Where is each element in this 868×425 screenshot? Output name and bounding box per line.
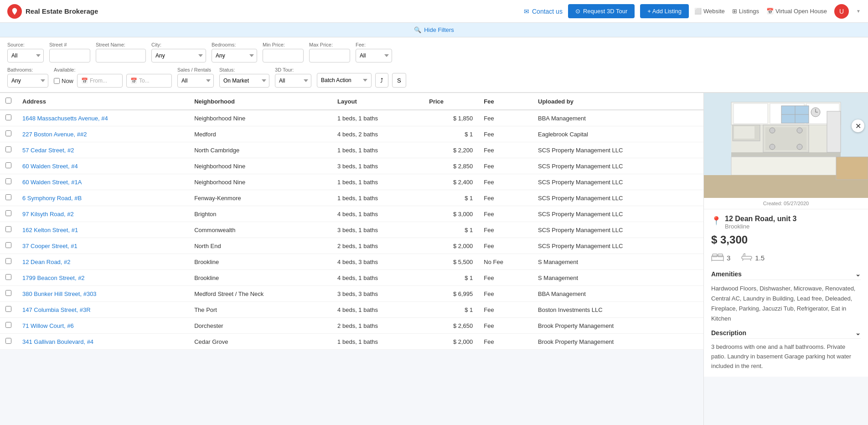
detail-address-line2: Brookline	[725, 223, 796, 230]
table-section: Address Neighborhood Layout Price Fee Up…	[0, 93, 704, 425]
contact-link[interactable]: ✉ Contact us	[524, 8, 563, 15]
row-checkbox[interactable]	[5, 130, 11, 136]
row-uploaded-by: SCS Property Management LLC	[532, 158, 703, 174]
row-checkbox[interactable]	[5, 290, 11, 296]
3d-tour-select[interactable]: All	[275, 74, 311, 88]
row-address: 6 Symphony Road, #B	[17, 190, 189, 206]
city-label: City:	[151, 42, 206, 47]
sales-rentals-select[interactable]: All	[177, 74, 214, 88]
location-pin-icon: 📍	[711, 216, 721, 226]
contact-label: Contact us	[532, 8, 563, 15]
calendar-from-icon: 📅	[81, 78, 88, 84]
navbar: Real Estate Brokerage ✉ Contact us ⊙ Req…	[0, 0, 868, 23]
row-checkbox[interactable]	[5, 226, 11, 232]
source-select[interactable]: All	[7, 49, 44, 62]
row-checkbox[interactable]	[5, 258, 11, 264]
bathrooms-filter-group: Bathrooms: Any	[7, 67, 48, 88]
row-checkbox[interactable]	[5, 194, 11, 200]
beds-stat: 3	[711, 252, 730, 264]
now-checkbox[interactable]	[54, 78, 60, 84]
max-price-input[interactable]	[309, 49, 350, 62]
request-3d-tour-button[interactable]: ⊙ Request 3D Tour	[568, 4, 635, 18]
row-layout: 4 beds, 1 baths	[332, 302, 424, 318]
row-fee: Fee	[478, 286, 532, 302]
description-section-header[interactable]: Description ⌄	[711, 329, 861, 339]
row-checkbox-cell	[0, 302, 17, 318]
filter-row-1: Source: All Street # Street Name: City: …	[7, 42, 861, 62]
filter-toggle-label: Hide Filters	[424, 26, 454, 33]
min-price-filter-group: Min Price:	[263, 42, 304, 62]
svg-rect-28	[718, 254, 723, 257]
row-fee: Fee	[478, 302, 532, 318]
min-price-input[interactable]	[263, 49, 304, 62]
fee-header: Fee	[478, 93, 532, 110]
row-neighborhood: Dorchester	[189, 318, 332, 334]
row-checkbox[interactable]	[5, 242, 11, 248]
svg-rect-24	[734, 126, 754, 139]
source-filter-group: Source: All	[7, 42, 44, 62]
batch-action-group: Batch Action ⤴ S	[317, 66, 406, 88]
row-checkbox[interactable]	[5, 210, 11, 216]
row-neighborhood: Brighton	[189, 206, 332, 222]
table-body: 1648 Massachusetts Avenue, #4 Neighborho…	[0, 110, 703, 350]
add-listing-button[interactable]: + Add Listing	[640, 4, 689, 18]
row-neighborhood: Brookline	[189, 270, 332, 286]
amenities-section-header[interactable]: Amenities ⌄	[711, 270, 861, 280]
layout-header: Layout	[332, 93, 424, 110]
listings-table: Address Neighborhood Layout Price Fee Up…	[0, 93, 703, 350]
navbar-right: ⬜ Website ⊞ Listings 📅 Virtual Open Hous…	[694, 4, 861, 19]
row-checkbox[interactable]	[5, 146, 11, 152]
bathrooms-select[interactable]: Any	[7, 74, 48, 88]
row-checkbox-cell	[0, 222, 17, 238]
website-nav-item[interactable]: ⬜ Website	[694, 8, 725, 15]
table-row: 57 Cedar Street, #2 North Cambridge 1 be…	[0, 142, 703, 158]
batch-action-select[interactable]: Batch Action	[317, 73, 372, 88]
row-checkbox[interactable]	[5, 178, 11, 184]
available-filter-group: Available: Now 📅 From... 📅 To...	[54, 67, 172, 88]
calendar-icon: 📅	[766, 8, 774, 15]
filter-toggle-button[interactable]: 🔍 Hide Filters	[0, 23, 868, 37]
close-detail-button[interactable]: ✕	[852, 119, 864, 132]
fee-select[interactable]: All	[356, 49, 392, 62]
street-num-label: Street #	[49, 42, 90, 47]
row-fee: Fee	[478, 158, 532, 174]
row-fee: No Fee	[478, 254, 532, 270]
max-price-filter-group: Max Price:	[309, 42, 350, 62]
virtual-open-house-nav-item[interactable]: 📅 Virtual Open House	[766, 8, 827, 15]
row-fee: Fee	[478, 238, 532, 254]
row-fee: Fee	[478, 142, 532, 158]
row-layout: 1 beds, 1 baths	[332, 190, 424, 206]
status-select[interactable]: On Market	[219, 74, 269, 88]
svg-rect-27	[713, 254, 717, 257]
row-neighborhood: Neighborhood Nine	[189, 174, 332, 190]
share-button[interactable]: ⤴	[375, 73, 388, 88]
street-num-input[interactable]	[49, 49, 90, 62]
brand-icon	[7, 4, 22, 19]
row-checkbox[interactable]	[5, 322, 11, 328]
row-checkbox[interactable]	[5, 306, 11, 312]
row-price: $ 2,400	[424, 174, 478, 190]
amenities-title: Amenities	[711, 270, 742, 278]
row-checkbox[interactable]	[5, 274, 11, 280]
search-filter-button[interactable]: S	[392, 73, 406, 88]
user-avatar[interactable]: U	[834, 4, 849, 19]
row-neighborhood: Cedar Grove	[189, 334, 332, 350]
row-checkbox[interactable]	[5, 114, 11, 120]
listings-nav-item[interactable]: ⊞ Listings	[732, 8, 759, 15]
filter-row-2: Bathrooms: Any Available: Now 📅 From... …	[7, 66, 861, 88]
row-uploaded-by: SCS Property Management LLC	[532, 222, 703, 238]
svg-point-14	[797, 144, 802, 150]
city-select[interactable]: Any	[151, 49, 206, 62]
from-date-input[interactable]: 📅 From...	[77, 74, 123, 88]
street-name-input[interactable]	[96, 49, 146, 62]
row-checkbox[interactable]	[5, 162, 11, 168]
bedrooms-select[interactable]: Any	[212, 49, 257, 62]
row-address: 1799 Beacon Street, #2	[17, 270, 189, 286]
row-layout: 2 beds, 1 baths	[332, 238, 424, 254]
to-date-input[interactable]: 📅 To...	[126, 74, 172, 88]
brand-name: Real Estate Brokerage	[26, 7, 98, 15]
row-address: 12 Dean Road, #2	[17, 254, 189, 270]
row-checkbox[interactable]	[5, 338, 11, 344]
row-checkbox-cell	[0, 158, 17, 174]
select-all-checkbox[interactable]	[5, 98, 11, 104]
